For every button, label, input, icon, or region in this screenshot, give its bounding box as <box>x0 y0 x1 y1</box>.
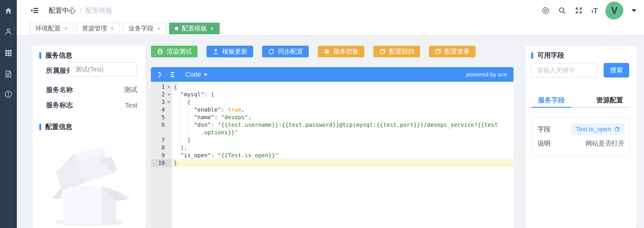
indent-guide <box>181 92 181 145</box>
owner-service-label: 所属服务 <box>46 66 73 75</box>
field-row: 字段 Test.is_open <box>538 124 624 135</box>
editor-body[interactable]: 12345678910 { "mysql": [ { "enable": tru… <box>151 82 514 228</box>
desc-label: 说明 <box>538 139 550 148</box>
service-info-section-title: 服务信息 <box>39 51 72 60</box>
field-card: 字段 Test.is_open 说明 网站是否打开 <box>531 117 630 156</box>
fold-caret-icon[interactable] <box>167 94 171 96</box>
settings-gear-icon[interactable] <box>541 6 550 15</box>
line-number: 3 <box>151 98 172 106</box>
chevron-down-icon <box>204 74 208 76</box>
config-rollback-button[interactable]: 配置回归 <box>373 46 420 57</box>
user-icon[interactable] <box>4 27 12 36</box>
user-menu-caret-icon[interactable] <box>632 9 636 12</box>
config-info-section-title: 配置信息 <box>39 122 72 131</box>
line-number: 9 <box>151 152 172 159</box>
fullscreen-icon[interactable] <box>574 6 583 15</box>
fold-caret-icon[interactable] <box>167 86 171 88</box>
tab-label: 配置模板 <box>182 24 207 33</box>
editor-header: Code powered by ace <box>151 67 514 82</box>
search-button[interactable]: 搜索 <box>604 63 629 77</box>
align-lines-icon[interactable] <box>170 71 177 78</box>
fold-caret-icon[interactable] <box>167 101 171 103</box>
search-icon[interactable] <box>558 6 566 15</box>
line-number <box>151 129 172 136</box>
breadcrumb: 配置中心 / 配置模板 <box>49 0 112 21</box>
avatar[interactable]: V <box>606 1 623 19</box>
printer-icon <box>157 48 164 55</box>
indent-guide <box>188 100 188 138</box>
sync-config-button[interactable]: 同步配置 <box>262 46 309 57</box>
owner-service-input[interactable] <box>69 62 137 77</box>
service-name-row: 服务名称 测试 <box>39 85 137 94</box>
copy-icon[interactable] <box>614 126 620 132</box>
code-content[interactable]: { "mysql": [ { "enable": true, "name": "… <box>172 83 514 167</box>
button-label: 配置回归 <box>389 47 414 56</box>
close-icon[interactable]: × <box>110 25 114 32</box>
tab-env-config[interactable]: 环境配置 × <box>30 23 73 34</box>
active-tab-underline <box>531 107 571 108</box>
render-test-button[interactable]: 渲染测试 <box>151 46 198 57</box>
line-number: 2 <box>151 91 172 98</box>
mode-label: Code <box>186 71 201 78</box>
available-fields-panel: 可用字段 搜索 服务字段 资源配置 字段 Test.is_open 说明 网站是… <box>526 46 637 228</box>
breadcrumb-current: 配置模板 <box>86 6 112 15</box>
close-icon[interactable]: × <box>210 25 214 32</box>
line-number: 4 <box>151 106 172 114</box>
copy-stack-icon <box>435 48 442 55</box>
fields-tabs: 服务字段 资源配置 <box>531 96 630 105</box>
warning-circle-icon[interactable] <box>4 90 12 98</box>
button-label: 同步配置 <box>278 47 303 56</box>
close-icon[interactable]: × <box>157 25 160 32</box>
document-icon[interactable] <box>4 70 12 78</box>
tab-label: 业务字段 <box>128 24 154 33</box>
breadcrumb-section[interactable]: 配置中心 <box>49 6 76 15</box>
collapse-menu-icon[interactable] <box>31 6 39 14</box>
close-icon[interactable]: × <box>64 25 68 32</box>
service-flag-row: 服务标志 Test <box>39 101 137 110</box>
line-number: 6 <box>151 121 172 129</box>
tab-service-fields[interactable]: 服务字段 <box>538 96 565 105</box>
keyword-search-input[interactable] <box>531 63 597 77</box>
code-line[interactable]: { <box>172 83 514 91</box>
font-size-icon[interactable]: тT <box>591 6 597 15</box>
section-title-text: 可用字段 <box>537 51 564 60</box>
code-line[interactable]: "dsn": "{{test.username}}:{{test.passwor… <box>172 121 514 129</box>
code-line[interactable]: .options}}" <box>172 129 514 136</box>
service-info-panel: 服务信息 所属服务 服务名称 测试 服务标志 Test 配置信息 <box>32 45 146 228</box>
open-tabs-bar: 环境配置 × 资源管理 × 业务字段 × 配置模板 × <box>17 21 644 36</box>
template-update-button[interactable]: 模板更新 <box>206 46 253 57</box>
tab-resource-config[interactable]: 资源配置 <box>596 96 623 105</box>
tab-resource-mgmt[interactable]: 资源管理 × <box>76 23 120 34</box>
line-number: 8 <box>151 144 172 152</box>
line-numbers: 12345678910 <box>151 83 172 167</box>
section-accent-bar <box>39 52 41 59</box>
code-line[interactable]: "name": "devops", <box>172 114 514 121</box>
code-line[interactable]: } <box>172 136 514 144</box>
version-switch-button[interactable]: 版本切换 <box>318 46 364 57</box>
code-line[interactable]: { <box>172 98 514 106</box>
code-line[interactable]: ], <box>172 144 514 152</box>
code-line[interactable]: "mysql": [ <box>172 91 514 98</box>
tab-config-template-active[interactable]: 配置模板 × <box>169 23 220 34</box>
grid-icon[interactable] <box>4 49 12 57</box>
field-value-chip[interactable]: Test.is_open <box>571 124 624 135</box>
desc-row: 说明 网站是否打开 <box>538 139 624 148</box>
tab-label: 环境配置 <box>36 24 60 33</box>
header: 配置中心 / 配置模板 тT V <box>17 0 644 21</box>
code-line[interactable]: "enable": true, <box>172 106 514 114</box>
available-fields-title: 可用字段 <box>531 51 564 60</box>
tab-label: 资源管理 <box>82 24 107 33</box>
code-line[interactable]: } <box>172 159 514 167</box>
config-view-button[interactable]: 配置查看 <box>429 46 476 57</box>
section-title-text: 配置信息 <box>45 122 72 131</box>
format-indent-icon[interactable] <box>157 71 165 78</box>
empty-box-illustration <box>42 133 136 227</box>
service-name-label: 服务名称 <box>46 85 73 94</box>
tab-business-fields[interactable]: 业务字段 × <box>122 23 166 34</box>
service-flag-label: 服务标志 <box>46 101 73 110</box>
code-line[interactable]: "is_open": "{{Test.is_open}}" <box>172 152 514 159</box>
mode-select-dropdown[interactable]: Code <box>186 71 208 78</box>
sync-icon <box>268 48 275 55</box>
home-icon[interactable] <box>4 7 12 15</box>
field-label: 字段 <box>538 125 550 134</box>
